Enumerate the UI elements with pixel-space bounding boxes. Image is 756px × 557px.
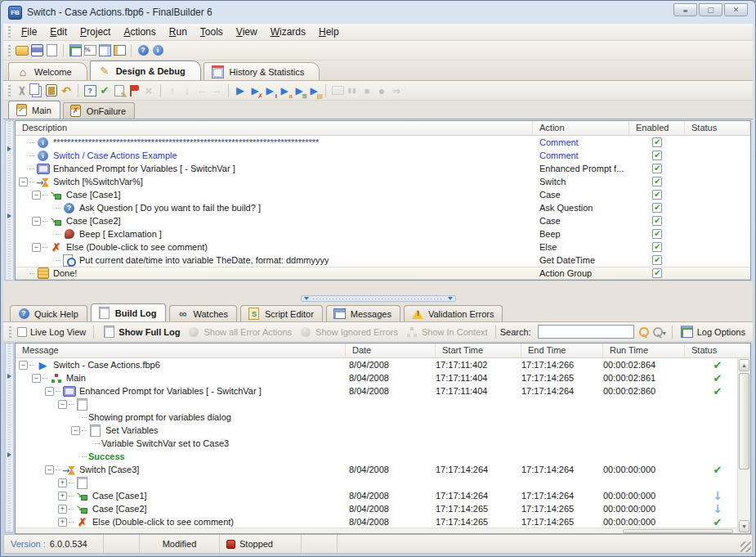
- scroll-down-icon[interactable]: [739, 520, 749, 532]
- actlist-icon[interactable]: [112, 43, 127, 58]
- live-log-view-checkbox[interactable]: [17, 327, 27, 337]
- scroll-up-icon[interactable]: [739, 359, 749, 371]
- tab-welcome[interactable]: Welcome: [8, 62, 87, 80]
- column-header-date[interactable]: Date: [346, 344, 436, 357]
- show-all-error-actions-button[interactable]: Show all Error Actions: [183, 325, 295, 339]
- maximize-button[interactable]: [699, 3, 722, 16]
- tab-design-debug[interactable]: Design & Debug: [90, 61, 201, 80]
- expander[interactable]: −: [19, 177, 28, 186]
- runx-icon[interactable]: [248, 83, 262, 98]
- log-row[interactable]: +Case [Case1]8/04/200817:17:14:26417:17:…: [16, 489, 750, 502]
- log-row[interactable]: +Case [Case2]8/04/200817:17:14:26517:17:…: [16, 502, 750, 515]
- flag-icon[interactable]: [127, 83, 141, 98]
- column-header-action[interactable]: Action: [533, 121, 629, 135]
- percent-icon[interactable]: [83, 43, 97, 58]
- log-row[interactable]: +Else (Double-click to see comment)8/04/…: [16, 515, 750, 528]
- undo-icon[interactable]: [59, 83, 74, 98]
- run-icon[interactable]: [233, 83, 248, 98]
- scrollbar-thumb[interactable]: [623, 529, 733, 533]
- expander[interactable]: −: [45, 465, 54, 474]
- left-panel-splitter[interactable]: [5, 120, 14, 281]
- menu-actions[interactable]: Actions: [117, 25, 162, 39]
- cut-icon[interactable]: [15, 83, 29, 98]
- log-row[interactable]: +: [16, 476, 750, 489]
- action-row[interactable]: Beep [ Exclamation ]Beep: [16, 227, 750, 240]
- log-row[interactable]: −Enhanced Prompt for Variables [ - Switc…: [16, 384, 750, 398]
- action-row[interactable]: Ask Question [ Do you want to fail the b…: [16, 201, 750, 214]
- action-row[interactable]: Done!Action Group: [16, 267, 750, 280]
- enabled-checkbox[interactable]: [652, 255, 662, 265]
- menu-run[interactable]: Run: [163, 25, 194, 39]
- log-row[interactable]: −Switch [Case3]8/04/200817:17:14:26417:1…: [16, 463, 750, 476]
- search-options-icon[interactable]: [651, 326, 663, 339]
- expander[interactable]: −: [19, 361, 28, 370]
- column-header-start-time[interactable]: Start Time: [436, 344, 521, 357]
- enabled-checkbox[interactable]: [652, 177, 662, 186]
- tab-watches[interactable]: Watches: [169, 305, 237, 321]
- pane-splitter-region[interactable]: [3, 281, 753, 303]
- log-row[interactable]: Success: [16, 450, 750, 463]
- menu-help[interactable]: Help: [312, 25, 346, 39]
- editact-icon[interactable]: [112, 83, 127, 98]
- left-panel-splitter[interactable]: [5, 343, 14, 532]
- scrollbar-thumb[interactable]: [739, 373, 749, 469]
- copy-icon[interactable]: [29, 83, 44, 98]
- column-header-message[interactable]: Message: [16, 344, 346, 357]
- log-options-button[interactable]: Log Options: [677, 325, 749, 339]
- action-row[interactable]: Enhanced Prompt for Variables [ - Switch…: [16, 162, 750, 175]
- enabled-checkbox[interactable]: [652, 229, 662, 239]
- runa-icon[interactable]: [277, 83, 292, 98]
- action-row[interactable]: −Case [Case1]Case: [16, 188, 750, 201]
- toolbar-grip[interactable]: [9, 326, 11, 338]
- menu-view[interactable]: View: [230, 25, 264, 39]
- tab-quick-help[interactable]: Quick Help: [10, 305, 87, 321]
- expander[interactable]: +: [58, 492, 67, 501]
- open-icon[interactable]: [15, 43, 29, 58]
- log-row[interactable]: −: [16, 398, 750, 411]
- action-row[interactable]: ****************************************…: [16, 136, 750, 149]
- menu-edit[interactable]: Edit: [43, 25, 74, 39]
- toolbar-grip[interactable]: [8, 85, 11, 97]
- show-full-log-button[interactable]: Show Full Log: [98, 325, 183, 339]
- close-button[interactable]: [724, 3, 748, 16]
- help-icon[interactable]: [136, 43, 150, 58]
- runc-icon[interactable]: [306, 83, 321, 98]
- minimize-button[interactable]: [673, 3, 697, 16]
- expander[interactable]: −: [32, 243, 41, 252]
- resize-grip[interactable]: [740, 541, 751, 552]
- menu-wizards[interactable]: Wizards: [264, 25, 312, 39]
- scrollbar-track[interactable]: [738, 470, 750, 519]
- tab-history-statistics[interactable]: History & Statistics: [204, 62, 320, 80]
- column-header-status[interactable]: Status: [685, 121, 750, 135]
- column-header-run-time[interactable]: Run Time: [603, 344, 685, 357]
- log-row[interactable]: −Main8/04/200817:17:11:40417:17:14:26500…: [16, 371, 750, 384]
- show-in-context-button[interactable]: Show In Context: [401, 325, 491, 339]
- menu-project[interactable]: Project: [74, 25, 117, 39]
- tab-validation-errors[interactable]: Validation Errors: [404, 305, 503, 321]
- expander[interactable]: +: [58, 505, 67, 514]
- column-header-status[interactable]: Status: [685, 344, 750, 357]
- title-bar[interactable]: FB Switch - Case Actions.fbp6 - FinalBui…: [3, 1, 753, 24]
- expander[interactable]: +: [58, 518, 67, 527]
- expander[interactable]: −: [32, 374, 41, 383]
- log-row[interactable]: −Set Variables: [16, 424, 750, 437]
- toolbar-grip[interactable]: [8, 26, 11, 38]
- horizontal-splitter[interactable]: [301, 295, 456, 302]
- tab-script-editor[interactable]: Script Editor: [240, 305, 323, 321]
- show-ignored-errors-button[interactable]: Show Ignored Errors: [295, 325, 401, 339]
- enabled-checkbox[interactable]: [652, 268, 662, 278]
- enabled-checkbox[interactable]: [652, 242, 662, 252]
- column-header-end-time[interactable]: End Time: [521, 344, 603, 357]
- newact-icon[interactable]: [83, 83, 97, 98]
- menu-file[interactable]: File: [15, 25, 43, 39]
- expander[interactable]: −: [32, 217, 41, 226]
- menu-tools[interactable]: Tools: [194, 25, 230, 39]
- varwin-icon[interactable]: [68, 43, 83, 58]
- column-header-description[interactable]: Description: [16, 121, 533, 135]
- tab-onfailure[interactable]: OnFailure: [63, 102, 135, 119]
- expander[interactable]: +: [58, 478, 67, 487]
- action-row[interactable]: Switch / Case Actions ExampleComment: [16, 149, 750, 162]
- enabled-checkbox[interactable]: [652, 203, 662, 213]
- log-row[interactable]: Showing prompt for variables dialog: [16, 411, 750, 424]
- tab-messages[interactable]: Messages: [326, 305, 400, 321]
